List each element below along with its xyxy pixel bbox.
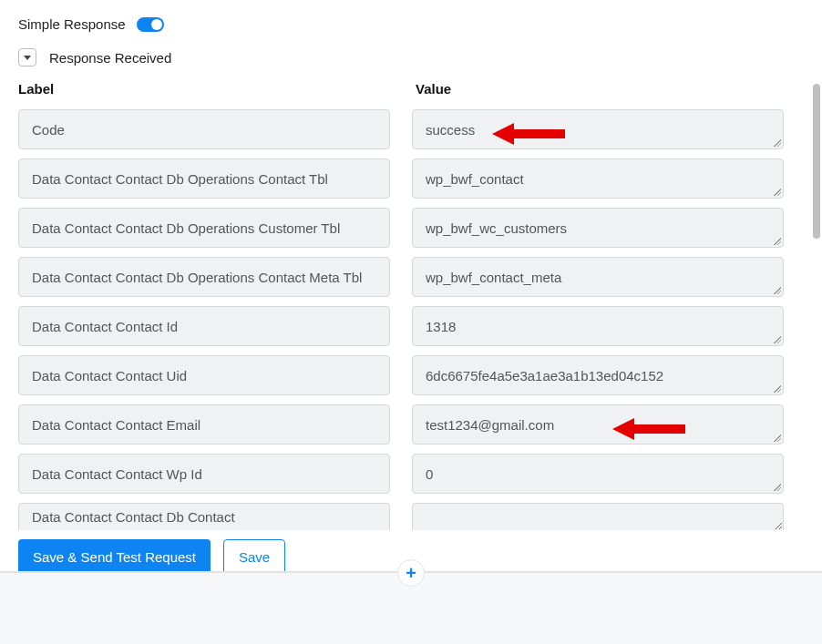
value-input[interactable]: 0	[412, 454, 784, 494]
simple-response-label: Simple Response	[18, 16, 126, 32]
response-received-label: Response Received	[49, 50, 171, 66]
columns-header: Label Value	[18, 81, 804, 97]
save-button[interactable]: Save	[223, 539, 285, 575]
label-input[interactable]: Data Contact Contact Db Contact	[18, 503, 390, 530]
plus-icon: +	[406, 563, 416, 584]
value-input[interactable]: 6dc6675fe4a5e3a1ae3a1b13ed04c152	[412, 355, 784, 395]
label-input[interactable]: Code	[18, 109, 390, 149]
table-row: Data Contact Contact Wp Id 0	[18, 454, 804, 494]
scrollbar-thumb[interactable]	[813, 84, 820, 239]
table-row: Data Contact Contact Db Contact	[18, 503, 804, 530]
chevron-down-icon	[24, 56, 31, 60]
bottom-bar: +	[0, 571, 822, 644]
value-input[interactable]	[412, 503, 784, 530]
column-header-value: Value	[416, 81, 451, 97]
value-input[interactable]: success	[412, 109, 784, 149]
scrollbar-track[interactable]	[813, 84, 820, 530]
table-row: Data Contact Contact Uid 6dc6675fe4a5e3a…	[18, 355, 804, 395]
simple-response-toggle[interactable]	[137, 17, 164, 32]
save-send-button[interactable]: Save & Send Test Request	[18, 539, 211, 575]
value-input[interactable]: 1318	[412, 306, 784, 346]
table-row: Data Contact Contact Email test1234@gmai…	[18, 404, 804, 445]
label-input[interactable]: Data Contact Contact Wp Id	[18, 454, 390, 494]
response-received-row: Response Received	[18, 48, 804, 66]
column-header-label: Label	[18, 81, 416, 97]
collapse-button[interactable]	[18, 48, 36, 66]
table-row: Data Contact Contact Db Operations Conta…	[18, 158, 804, 199]
value-input[interactable]: wp_bwf_contact_meta	[412, 257, 784, 297]
label-input[interactable]: Data Contact Contact Db Operations Conta…	[18, 257, 390, 297]
add-button[interactable]: +	[397, 559, 425, 587]
label-input[interactable]: Data Contact Contact Email	[18, 404, 390, 445]
table-row: Data Contact Contact Db Operations Custo…	[18, 208, 804, 248]
value-input[interactable]: wp_bwf_wc_customers	[412, 208, 784, 248]
table-row: Data Contact Contact Db Operations Conta…	[18, 257, 804, 297]
table-row: Code success	[18, 109, 804, 149]
table-row: Data Contact Contact Id 1318	[18, 306, 804, 346]
label-input[interactable]: Data Contact Contact Db Operations Custo…	[18, 208, 390, 248]
response-rows: Code success Data Contact Contact Db Ope…	[18, 109, 804, 530]
value-input[interactable]: wp_bwf_contact	[412, 158, 784, 199]
label-input[interactable]: Data Contact Contact Db Operations Conta…	[18, 158, 390, 199]
simple-response-header: Simple Response	[18, 16, 804, 32]
value-input[interactable]: test1234@gmail.com	[412, 404, 784, 445]
label-input[interactable]: Data Contact Contact Uid	[18, 355, 390, 395]
label-input[interactable]: Data Contact Contact Id	[18, 306, 390, 346]
